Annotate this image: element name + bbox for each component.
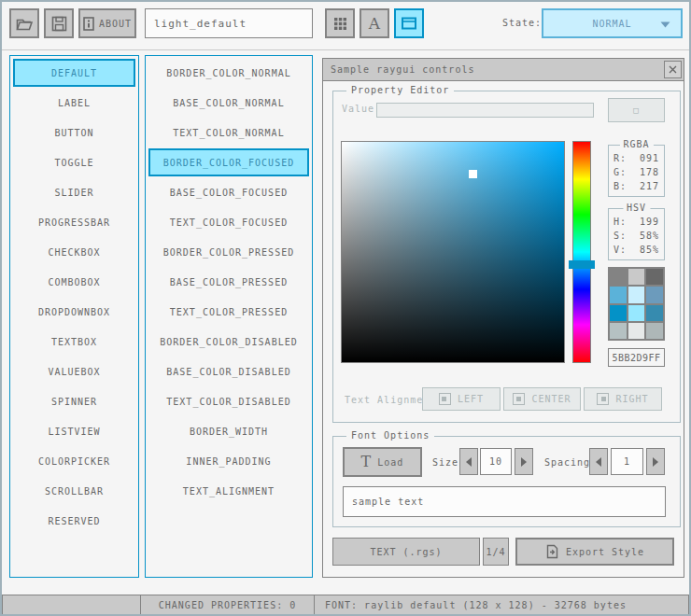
g-label: G: xyxy=(613,167,627,177)
swatch-text-normal[interactable] xyxy=(646,269,663,285)
chevron-down-icon xyxy=(660,21,670,28)
export-file-icon xyxy=(545,544,559,559)
v-label: V: xyxy=(613,245,627,255)
s-label: S: xyxy=(613,231,627,241)
swatch-base-pressed[interactable] xyxy=(628,305,645,321)
rgba-row-g: G: 178 xyxy=(613,167,659,177)
h-value: 199 xyxy=(640,217,659,227)
value-apply-button[interactable]: □ xyxy=(608,98,665,122)
hex-value-box[interactable]: 5BB2D9FF xyxy=(608,348,665,367)
property-item-border-width[interactable]: BORDER_WIDTH xyxy=(148,417,309,445)
triangle-right-icon xyxy=(520,456,528,468)
color-picker-marker[interactable] xyxy=(469,170,477,178)
property-item-text-color-disabled[interactable]: TEXT_COLOR_DISABLED xyxy=(148,387,309,415)
control-item-textbox[interactable]: TEXTBOX xyxy=(13,328,135,356)
about-button[interactable]: ABOUT xyxy=(78,8,136,38)
spacing-value-box[interactable]: 1 xyxy=(611,448,643,475)
load-font-label: Load xyxy=(377,457,403,468)
hex-value: 5BB2D9FF xyxy=(612,353,660,363)
export-format-pager-button[interactable]: 1/4 xyxy=(483,538,509,566)
swatch-border-disabled[interactable] xyxy=(610,323,627,339)
size-increment-button[interactable] xyxy=(515,448,533,475)
sample-text-input[interactable]: sample text xyxy=(343,486,666,517)
info-icon xyxy=(83,17,94,31)
controls-list: DEFAULT LABEL BUTTON TOGGLE SLIDER PROGR… xyxy=(9,55,139,578)
property-item-base-color-focused[interactable]: BASE_COLOR_FOCUSED xyxy=(148,178,309,206)
align-center-label: CENTER xyxy=(531,394,571,404)
property-item-text-color-normal[interactable]: TEXT_COLOR_NORMAL xyxy=(148,119,309,147)
property-item-text-color-focused[interactable]: TEXT_COLOR_FOCUSED xyxy=(148,208,309,236)
status-cell-empty xyxy=(2,595,141,615)
panel-title-bar[interactable]: Sample raygui controls xyxy=(323,59,684,81)
control-item-listview[interactable]: LISTVIEW xyxy=(13,417,135,445)
control-item-colorpicker[interactable]: COLORPICKER xyxy=(13,447,135,475)
triangle-right-icon xyxy=(652,456,659,468)
view-font-button[interactable]: A xyxy=(360,8,389,38)
align-right-button[interactable]: RIGHT xyxy=(584,387,662,411)
property-item-inner-padding[interactable]: INNER_PADDING xyxy=(148,447,309,475)
align-left-icon xyxy=(439,393,451,405)
swatch-text-focused[interactable] xyxy=(646,287,663,302)
swatch-text-pressed[interactable] xyxy=(646,305,663,321)
view-grid-button[interactable] xyxy=(325,8,355,38)
property-item-base-color-normal[interactable]: BASE_COLOR_NORMAL xyxy=(148,89,309,117)
r-value: 091 xyxy=(640,153,659,163)
font-a-icon: A xyxy=(369,16,380,32)
property-item-border-color-focused[interactable]: BORDER_COLOR_FOCUSED xyxy=(148,148,309,176)
close-button[interactable] xyxy=(664,61,682,78)
export-format-button[interactable]: TEXT (.rgs) xyxy=(332,538,480,566)
load-font-button[interactable]: T Load xyxy=(343,447,422,477)
swatch-text-disabled[interactable] xyxy=(646,323,663,339)
swatch-base-focused[interactable] xyxy=(628,287,645,302)
hue-slider-handle[interactable] xyxy=(569,260,595,269)
property-item-border-color-pressed[interactable]: BORDER_COLOR_PRESSED xyxy=(148,238,309,266)
control-item-spinner[interactable]: SPINNER xyxy=(13,387,135,415)
hsv-label: HSV xyxy=(623,203,650,213)
property-item-text-color-pressed[interactable]: TEXT_COLOR_PRESSED xyxy=(148,298,309,326)
save-style-button[interactable] xyxy=(44,8,74,38)
property-item-border-color-normal[interactable]: BORDER_COLOR_NORMAL xyxy=(148,59,309,87)
open-style-button[interactable] xyxy=(9,8,39,38)
control-item-toggle[interactable]: TOGGLE xyxy=(13,148,135,176)
size-value-box[interactable]: 10 xyxy=(480,448,512,475)
size-decrement-button[interactable] xyxy=(459,448,478,475)
spacing-increment-button[interactable] xyxy=(646,448,665,475)
align-right-label: RIGHT xyxy=(615,394,648,404)
align-center-button[interactable]: CENTER xyxy=(503,387,581,411)
control-item-scrollbar[interactable]: SCROLLBAR xyxy=(13,477,135,505)
properties-list: BORDER_COLOR_NORMAL BASE_COLOR_NORMAL TE… xyxy=(145,55,313,578)
sample-controls-panel: Sample raygui controls Property Editor V… xyxy=(322,58,684,578)
color-picker-area[interactable] xyxy=(341,141,565,363)
control-item-button[interactable]: BUTTON xyxy=(13,119,135,147)
property-item-border-color-disabled[interactable]: BORDER_COLOR_DISABLED xyxy=(148,328,309,356)
view-window-button[interactable] xyxy=(394,8,424,38)
property-editor-group-label: Property Editor xyxy=(346,85,454,95)
swatch-border-pressed[interactable] xyxy=(610,305,627,321)
rgba-label: RGBA xyxy=(619,139,653,149)
control-item-reserved[interactable]: RESERVED xyxy=(13,507,135,535)
export-style-button[interactable]: Export Style xyxy=(515,538,674,566)
swatch-border-normal[interactable] xyxy=(610,269,627,285)
control-item-default[interactable]: DEFAULT xyxy=(13,59,135,87)
spacing-decrement-button[interactable] xyxy=(589,448,608,475)
swatch-base-disabled[interactable] xyxy=(628,323,645,339)
property-item-text-alignment[interactable]: TEXT_ALIGNMENT xyxy=(148,477,309,505)
control-item-combobox[interactable]: COMBOBOX xyxy=(13,268,135,296)
property-item-base-color-disabled[interactable]: BASE_COLOR_DISABLED xyxy=(148,357,309,385)
control-item-slider[interactable]: SLIDER xyxy=(13,178,135,206)
hsv-row-s: S: 58% xyxy=(613,231,659,241)
control-item-label[interactable]: LABEL xyxy=(13,89,135,117)
control-item-checkbox[interactable]: CHECKBOX xyxy=(13,238,135,266)
status-bar: CHANGED PROPERTIES: 0 FONT: raylib defau… xyxy=(2,595,689,615)
style-name-input[interactable]: light_default xyxy=(145,8,313,38)
control-item-valuebox[interactable]: VALUEBOX xyxy=(13,357,135,385)
hue-slider[interactable] xyxy=(572,141,591,363)
value-input[interactable] xyxy=(376,103,594,118)
control-item-dropdownbox[interactable]: DROPDOWNBOX xyxy=(13,298,135,326)
swatch-base-normal[interactable] xyxy=(628,269,645,285)
control-item-progressbar[interactable]: PROGRESSBAR xyxy=(13,208,135,236)
swatch-border-focused[interactable] xyxy=(610,287,627,302)
align-left-button[interactable]: LEFT xyxy=(422,387,501,411)
property-item-base-color-pressed[interactable]: BASE_COLOR_PRESSED xyxy=(148,268,309,296)
state-dropdown[interactable]: NORMAL xyxy=(542,8,683,38)
